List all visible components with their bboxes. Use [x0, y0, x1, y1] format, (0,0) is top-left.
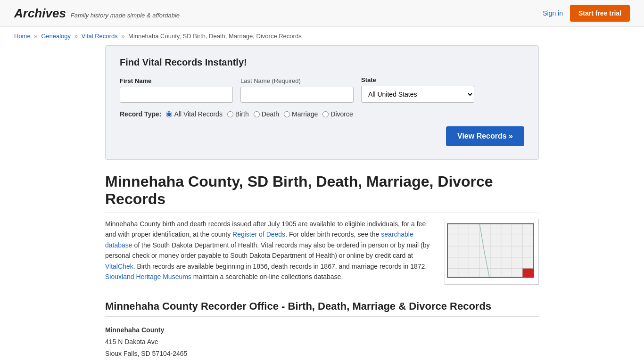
office-name: Minnehaha County: [105, 324, 539, 336]
office-hours: Hours of Operation: 8AM-5PM CST: [105, 360, 539, 362]
radio-birth[interactable]: Birth: [227, 110, 249, 118]
radio-all-vital-label: All Vital Records: [174, 110, 222, 118]
recorder-title: Minnehaha County Recorder Office - Birth…: [105, 300, 539, 317]
office-address1: 415 N Dakota Ave: [105, 336, 539, 348]
breadcrumb-genealogy[interactable]: Genealogy: [41, 33, 71, 40]
office-address2: Sioux Falls, SD 57104-2465: [105, 348, 539, 360]
recorder-section: Minnehaha County Recorder Office - Birth…: [105, 300, 539, 362]
header-left: Archives Family history made simple & af…: [14, 6, 180, 21]
breadcrumb-vital-records[interactable]: Vital Records: [82, 33, 118, 40]
radio-divorce-input[interactable]: [322, 111, 329, 117]
content-section: Minnehaha County birth and death records…: [105, 219, 539, 286]
radio-death-label: Death: [262, 110, 279, 118]
radio-divorce[interactable]: Divorce: [322, 110, 353, 118]
radio-birth-label: Birth: [235, 110, 249, 118]
start-trial-button[interactable]: Start free trial: [570, 5, 630, 22]
last-name-input[interactable]: [240, 87, 354, 103]
map-container: [445, 219, 539, 286]
search-title: Find Vital Records Instantly!: [120, 57, 524, 68]
radio-death[interactable]: Death: [254, 110, 279, 118]
breadcrumb: Home » Genealogy » Vital Records » Minne…: [0, 27, 644, 45]
page-title: Minnehaha County, SD Birth, Death, Marri…: [105, 173, 539, 213]
radio-birth-input[interactable]: [227, 111, 233, 117]
first-name-label: First Name: [120, 77, 233, 84]
state-select[interactable]: All United States AlabamaAlaskaArizona A…: [361, 86, 474, 103]
search-fields: First Name Last Name (Required) State Al…: [120, 76, 524, 103]
first-name-group: First Name: [120, 77, 233, 103]
breadcrumb-sep-1: »: [34, 33, 37, 40]
radio-death-input[interactable]: [254, 111, 260, 117]
content-paragraph: Minnehaha County birth and death records…: [105, 219, 435, 282]
site-logo: Archives: [14, 6, 66, 21]
siouxland-museums-link[interactable]: Siouxland Heritage Museums: [105, 273, 191, 280]
register-of-deeds-link[interactable]: Register of Deeds: [232, 230, 285, 238]
breadcrumb-sep-2: »: [74, 33, 78, 40]
svg-rect-12: [522, 269, 534, 278]
state-group: State All United States AlabamaAlaskaAri…: [361, 76, 474, 103]
radio-all-vital-input[interactable]: [166, 111, 172, 117]
last-name-group: Last Name (Required): [240, 77, 354, 103]
first-name-input[interactable]: [120, 87, 233, 103]
office-info: Minnehaha County 415 N Dakota Ave Sioux …: [105, 324, 539, 362]
vitalchek-link[interactable]: VitalChek: [105, 263, 133, 270]
header: Archives Family history made simple & af…: [0, 0, 644, 27]
radio-all-vital[interactable]: All Vital Records: [166, 110, 222, 118]
record-type-row: Record Type: All Vital Records Birth Dea…: [120, 110, 524, 118]
search-box: Find Vital Records Instantly! First Name…: [105, 45, 539, 160]
last-name-label: Last Name (Required): [240, 77, 354, 84]
record-type-label: Record Type:: [120, 110, 161, 118]
header-right: Sign in Start free trial: [543, 5, 630, 22]
view-records-button[interactable]: View Records »: [446, 126, 524, 146]
state-label: State: [361, 76, 474, 83]
main-content: Find Vital Records Instantly! First Name…: [96, 45, 548, 362]
svg-rect-0: [447, 224, 534, 278]
radio-marriage-input[interactable]: [284, 111, 290, 117]
site-tagline: Family history made simple & affordable: [71, 12, 180, 19]
breadcrumb-current: Minnehaha County, SD Birth, Death, Marri…: [128, 33, 302, 40]
search-actions: View Records »: [120, 126, 524, 146]
sd-map: [445, 219, 539, 285]
radio-marriage-label: Marriage: [292, 110, 318, 118]
radio-divorce-label: Divorce: [330, 110, 353, 118]
breadcrumb-sep-3: »: [121, 33, 124, 40]
sign-in-link[interactable]: Sign in: [543, 9, 563, 17]
breadcrumb-home[interactable]: Home: [14, 33, 31, 40]
radio-marriage[interactable]: Marriage: [284, 110, 318, 118]
content-text: Minnehaha County birth and death records…: [105, 219, 435, 286]
